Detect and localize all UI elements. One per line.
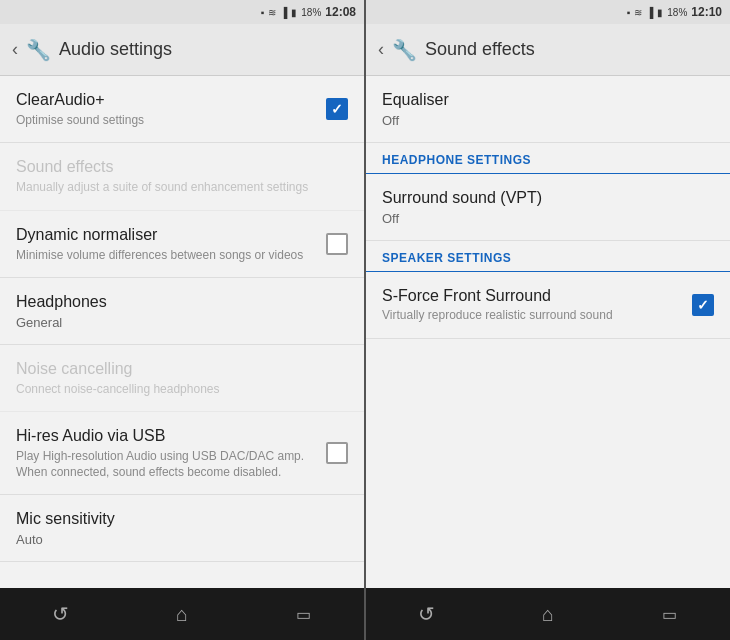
- battery-pct: 18%: [301, 7, 321, 18]
- right-home-icon: ⌂: [542, 603, 554, 626]
- dynamic-normaliser-item[interactable]: Dynamic normaliser Minimise volume diffe…: [0, 211, 364, 278]
- dynamic-normaliser-text: Dynamic normaliser Minimise volume diffe…: [16, 225, 326, 263]
- left-page-title: Audio settings: [59, 39, 172, 60]
- left-time: 12:08: [325, 5, 356, 19]
- sound-effects-subtitle: Manually adjust a suite of sound enhance…: [16, 180, 348, 196]
- mic-sensitivity-value: Auto: [16, 532, 348, 547]
- surround-sound-text: Surround sound (VPT) Off: [382, 188, 714, 226]
- noise-cancelling-text: Noise cancelling Connect noise-cancellin…: [16, 359, 348, 397]
- right-sim-icon: ▪: [627, 7, 631, 18]
- equaliser-text: Equaliser Off: [382, 90, 714, 128]
- clear-audio-item[interactable]: ClearAudio+ Optimise sound settings: [0, 76, 364, 143]
- right-status-bar: ▪ ≋ ▐ ▮ 18% 12:10: [366, 0, 730, 24]
- right-recent-icon: ▭: [662, 605, 677, 624]
- left-recent-button[interactable]: ▭: [273, 588, 333, 640]
- right-content: Equaliser Off HEADPHONE SETTINGS Surroun…: [366, 76, 730, 588]
- left-recent-icon: ▭: [296, 605, 311, 624]
- dynamic-normaliser-subtitle: Minimise volume differences between song…: [16, 248, 326, 264]
- surround-sound-item[interactable]: Surround sound (VPT) Off: [366, 174, 730, 241]
- sound-effects-text: Sound effects Manually adjust a suite of…: [16, 157, 348, 195]
- noise-cancelling-subtitle: Connect noise-cancelling headphones: [16, 382, 348, 398]
- s-force-checkbox[interactable]: [692, 294, 714, 316]
- s-force-item[interactable]: S-Force Front Surround Virtually reprodu…: [366, 272, 730, 339]
- clear-audio-subtitle: Optimise sound settings: [16, 113, 326, 129]
- sound-effects-item: Sound effects Manually adjust a suite of…: [0, 143, 364, 210]
- left-bottom-nav: ↺ ⌂ ▭: [0, 588, 364, 640]
- left-home-button[interactable]: ⌂: [152, 588, 212, 640]
- right-top-bar: ‹ 🔧 Sound effects: [366, 24, 730, 76]
- battery-icon: ▮: [291, 7, 297, 18]
- right-home-button[interactable]: ⌂: [518, 588, 578, 640]
- equaliser-title: Equaliser: [382, 90, 714, 111]
- hi-res-audio-checkbox[interactable]: [326, 442, 348, 464]
- headphones-value: General: [16, 315, 348, 330]
- left-panel: ▪ ≋ ▐ ▮ 18% 12:08 ‹ 🔧 Audio settings Cle…: [0, 0, 364, 640]
- hi-res-audio-title: Hi-res Audio via USB: [16, 426, 326, 447]
- right-bottom-nav: ↺ ⌂ ▭: [366, 588, 730, 640]
- sound-effects-title: Sound effects: [16, 157, 348, 178]
- left-settings-icon: 🔧: [26, 38, 51, 62]
- headphone-settings-header: HEADPHONE SETTINGS: [366, 143, 730, 174]
- hi-res-audio-text: Hi-res Audio via USB Play High-resolutio…: [16, 426, 326, 480]
- left-status-bar: ▪ ≋ ▐ ▮ 18% 12:08: [0, 0, 364, 24]
- headphones-title: Headphones: [16, 292, 348, 313]
- noise-cancelling-item: Noise cancelling Connect noise-cancellin…: [0, 345, 364, 412]
- dynamic-normaliser-title: Dynamic normaliser: [16, 225, 326, 246]
- right-battery-pct: 18%: [667, 7, 687, 18]
- right-recent-button[interactable]: ▭: [639, 588, 699, 640]
- left-back-nav-icon: ↺: [52, 602, 69, 626]
- headphones-text: Headphones General: [16, 292, 348, 330]
- right-page-title: Sound effects: [425, 39, 535, 60]
- equaliser-value: Off: [382, 113, 714, 128]
- sim-icon: ▪: [261, 7, 265, 18]
- right-time: 12:10: [691, 5, 722, 19]
- headphones-item[interactable]: Headphones General: [0, 278, 364, 345]
- right-signal-icon: ▐: [646, 7, 653, 18]
- right-back-nav-button[interactable]: ↺: [397, 588, 457, 640]
- clear-audio-title: ClearAudio+: [16, 90, 326, 111]
- clear-audio-checkbox[interactable]: [326, 98, 348, 120]
- left-back-button[interactable]: ‹: [12, 39, 18, 60]
- hi-res-audio-item[interactable]: Hi-res Audio via USB Play High-resolutio…: [0, 412, 364, 495]
- left-home-icon: ⌂: [176, 603, 188, 626]
- mic-sensitivity-text: Mic sensitivity Auto: [16, 509, 348, 547]
- right-panel: ▪ ≋ ▐ ▮ 18% 12:10 ‹ 🔧 Sound effects Equa…: [366, 0, 730, 640]
- right-back-button[interactable]: ‹: [378, 39, 384, 60]
- wifi-icon: ≋: [268, 7, 276, 18]
- right-wifi-icon: ≋: [634, 7, 642, 18]
- dynamic-normaliser-checkbox[interactable]: [326, 233, 348, 255]
- s-force-subtitle: Virtually reproduce realistic surround s…: [382, 308, 692, 324]
- left-content: ClearAudio+ Optimise sound settings Soun…: [0, 76, 364, 588]
- right-settings-icon: 🔧: [392, 38, 417, 62]
- equaliser-item[interactable]: Equaliser Off: [366, 76, 730, 143]
- hi-res-audio-subtitle: Play High-resolution Audio using USB DAC…: [16, 449, 326, 480]
- noise-cancelling-title: Noise cancelling: [16, 359, 348, 380]
- clear-audio-text: ClearAudio+ Optimise sound settings: [16, 90, 326, 128]
- right-battery-icon: ▮: [657, 7, 663, 18]
- s-force-title: S-Force Front Surround: [382, 286, 692, 307]
- mic-sensitivity-item[interactable]: Mic sensitivity Auto: [0, 495, 364, 562]
- surround-sound-value: Off: [382, 211, 714, 226]
- speaker-settings-header: SPEAKER SETTINGS: [366, 241, 730, 272]
- s-force-text: S-Force Front Surround Virtually reprodu…: [382, 286, 692, 324]
- surround-sound-title: Surround sound (VPT): [382, 188, 714, 209]
- right-back-nav-icon: ↺: [418, 602, 435, 626]
- mic-sensitivity-title: Mic sensitivity: [16, 509, 348, 530]
- signal-icon: ▐: [280, 7, 287, 18]
- left-top-bar: ‹ 🔧 Audio settings: [0, 24, 364, 76]
- left-back-nav-button[interactable]: ↺: [31, 588, 91, 640]
